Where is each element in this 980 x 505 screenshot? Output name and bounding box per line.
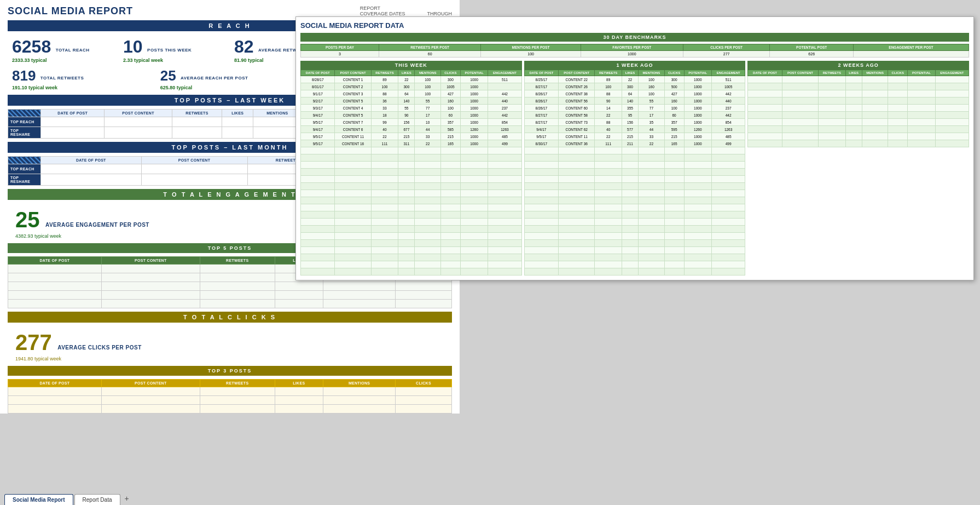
clicks-typical: 1941.80 typical week bbox=[15, 356, 444, 361]
col-mentions: MENTIONS bbox=[253, 110, 301, 117]
list-item bbox=[524, 233, 745, 240]
tabs-bar: Social Media Report Report Data + bbox=[0, 490, 980, 505]
this-week-section: THIS WEEK DATE OF POST POST CONTENT RETW… bbox=[300, 61, 522, 276]
list-item: 8/28/17CONTENT 189221003001000511 bbox=[301, 76, 522, 83]
list-item bbox=[301, 211, 522, 219]
tab-report-data[interactable]: Report Data bbox=[74, 494, 120, 505]
bench-col-4: CLICKS PER POST bbox=[683, 44, 770, 51]
weeks-container: THIS WEEK DATE OF POST POST CONTENT RETW… bbox=[300, 61, 969, 276]
tab-add-button[interactable]: + bbox=[121, 492, 132, 505]
list-item: 9/5/17CONTENT 16111311221651000499 bbox=[301, 140, 522, 147]
benchmarks-table: POSTS PER DAY RETWEETS PER POST MENTIONS… bbox=[300, 44, 969, 58]
list-item bbox=[301, 147, 522, 154]
list-item: 8/27/17CONTENT 2610030016050010001005 bbox=[524, 83, 745, 90]
list-item bbox=[524, 190, 745, 197]
posts-week-value: 10 bbox=[123, 37, 143, 56]
list-item bbox=[524, 154, 745, 162]
list-item: 8/26/17CONTENT 3888641004271000442 bbox=[524, 90, 745, 97]
top3-table: DATE OF POST POST CONTENT RETWEETS LIKES… bbox=[8, 379, 452, 414]
list-item bbox=[301, 183, 522, 190]
coverage-label: COVERAGE DATES bbox=[360, 11, 405, 16]
bench-col-3: FAVORITES PER POST bbox=[581, 44, 683, 51]
bench-col-2: MENTIONS PER POST bbox=[481, 44, 581, 51]
list-item bbox=[524, 147, 745, 154]
this-week-header: THIS WEEK bbox=[300, 61, 522, 70]
list-item: 8/27/17CONTENT 7388156353571000854 bbox=[524, 119, 745, 126]
total-retweets-label: TOTAL RETWEETS bbox=[40, 76, 84, 81]
week-ago-table: DATE OF POST POST CONTENT RETWEETS LIKES… bbox=[524, 70, 746, 276]
posts-week-label: POSTS THIS WEEK bbox=[147, 48, 192, 53]
col-retweets: RETWEETS bbox=[172, 110, 222, 117]
list-item: 9/5/17CONTENT 1122215332151000485 bbox=[301, 133, 522, 140]
list-item bbox=[748, 140, 969, 147]
list-item bbox=[748, 76, 969, 83]
two-weeks-ago-header: 2 WEEKS AGO bbox=[747, 61, 969, 70]
total-reach-typical: 2333.33 typical bbox=[12, 58, 114, 63]
list-item bbox=[8, 291, 452, 300]
avg-reach-typical: 625.80 typical bbox=[160, 85, 300, 90]
list-item: 8/26/17CONTENT 5690140551601000440 bbox=[524, 97, 745, 105]
list-item bbox=[301, 261, 522, 268]
list-item bbox=[524, 226, 745, 233]
avg-reach-value: 25 bbox=[160, 67, 176, 84]
list-item bbox=[301, 204, 522, 211]
report-label: REPORT bbox=[360, 5, 452, 11]
report-title: SOCIAL MEDIA REPORT bbox=[8, 5, 133, 17]
tab-social-media-report[interactable]: Social Media Report bbox=[4, 494, 73, 505]
list-item bbox=[524, 254, 745, 261]
avg-retweets-value: 82 bbox=[234, 37, 254, 56]
list-item: 8/27/17CONTENT 58229517601000442 bbox=[524, 112, 745, 119]
bench-col-6: ENGAGEMENT PER POST bbox=[853, 44, 969, 51]
bench-col-1: RETWEETS PER POST bbox=[379, 44, 481, 51]
list-item bbox=[301, 190, 522, 197]
list-item bbox=[748, 90, 969, 97]
list-item bbox=[301, 268, 522, 276]
data-sheet-title: SOCIAL MEDIA REPORT DATA bbox=[300, 21, 969, 30]
list-item bbox=[748, 119, 969, 126]
week-ago-section: 1 WEEK AGO DATE OF POST POST CONTENT RET… bbox=[524, 61, 746, 276]
list-item bbox=[524, 219, 745, 226]
posts-week-block: 10 POSTS THIS WEEK 2.33 typical week bbox=[119, 35, 230, 65]
col-date-post: DATE OF POST bbox=[41, 110, 105, 117]
list-item bbox=[8, 396, 452, 405]
list-item bbox=[301, 197, 522, 204]
avg-reach-label: AVERAGE REACH PER POST bbox=[181, 76, 248, 81]
list-item bbox=[748, 105, 969, 112]
list-item bbox=[301, 162, 522, 169]
list-item bbox=[524, 261, 745, 268]
total-retweets-block: 819 TOTAL RETWEETS 191.10 typical week bbox=[8, 65, 156, 93]
list-item: 9/5/17CONTENT 799156103571000854 bbox=[301, 119, 522, 126]
list-item: 9/5/17CONTENT 1122215332151000485 bbox=[524, 133, 745, 140]
list-item bbox=[301, 240, 522, 247]
list-item bbox=[524, 240, 745, 247]
list-item bbox=[301, 233, 522, 240]
benchmarks-header: 30 DAY BENCHMARKS bbox=[300, 33, 969, 42]
col-post-content: POST CONTENT bbox=[105, 110, 172, 117]
avg-reach-block: 25 AVERAGE REACH PER POST 625.80 typical bbox=[156, 65, 304, 93]
data-sheet: SOCIAL MEDIA REPORT DATA 30 DAY BENCHMAR… bbox=[295, 16, 974, 280]
list-item: 9/3/17CONTENT 43355771001000237 bbox=[301, 105, 522, 112]
list-item bbox=[524, 169, 745, 176]
list-item: 9/4/17CONTENT 5189017601000442 bbox=[301, 112, 522, 119]
list-item: 8/31/17CONTENT 210030010010051000 bbox=[301, 83, 522, 90]
report-meta-row: COVERAGE DATES THROUGH bbox=[360, 11, 452, 16]
bench-col-0: POSTS PER DAY bbox=[301, 44, 379, 51]
list-item: 9/4/17CONTENT 6406774458512601263 bbox=[301, 126, 522, 133]
week-ago-header: 1 WEEK AGO bbox=[524, 61, 746, 70]
list-item: 9/4/17CONTENT 62405774459512601263 bbox=[524, 126, 745, 133]
list-item bbox=[524, 183, 745, 190]
list-item bbox=[524, 162, 745, 169]
bench-col-5: POTENTIAL POST bbox=[770, 44, 853, 51]
list-item bbox=[301, 176, 522, 183]
list-item bbox=[748, 83, 969, 90]
bench-row: 3601001000277626 bbox=[301, 51, 969, 58]
posts-week-typical: 2.33 typical week bbox=[123, 58, 225, 63]
clicks-header: T O T A L C L I C K S bbox=[8, 312, 452, 323]
list-item bbox=[8, 300, 452, 308]
clicks-label: AVERAGE CLICKS PER POST bbox=[57, 345, 142, 351]
list-item bbox=[748, 97, 969, 105]
total-retweets-value: 819 bbox=[12, 67, 36, 84]
list-item bbox=[524, 211, 745, 219]
clicks-stat-block: 277 AVERAGE CLICKS PER POST 1941.80 typi… bbox=[8, 326, 452, 366]
list-item bbox=[524, 176, 745, 183]
